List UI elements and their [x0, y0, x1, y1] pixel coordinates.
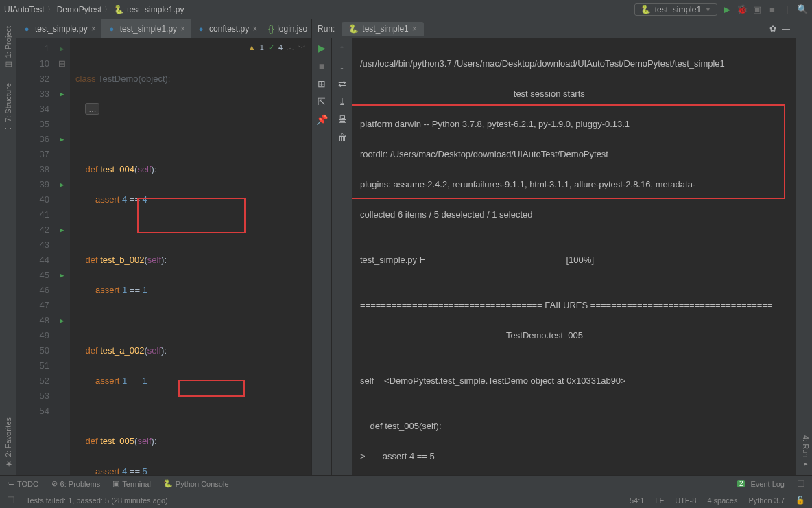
- line-no: 51: [16, 358, 49, 373]
- code-area[interactable]: ▲1 ✓4 ︿ ﹀ class TestDemo(object): ... de…: [70, 38, 311, 475]
- tool-problems[interactable]: ⊘6: Problems: [51, 479, 101, 488]
- tool-event-log[interactable]: 2Event Log: [737, 480, 785, 488]
- op: ==: [127, 466, 142, 475]
- tool-todo[interactable]: ≔TODO: [7, 479, 39, 488]
- tool-terminal[interactable]: ▣Terminal: [112, 479, 151, 488]
- run-test-icon[interactable]: ▸: [53, 177, 70, 192]
- sidebar-favorites-tab[interactable]: ★ 2: Favorites: [0, 411, 16, 475]
- fn-name: test_004: [100, 164, 134, 174]
- sidebar-project-tab[interactable]: ▤ 1: Project: [0, 19, 16, 76]
- run-exec-tab[interactable]: 🐍 test_simple1 ×: [342, 22, 423, 36]
- scroll-icon[interactable]: ⤓: [338, 96, 346, 107]
- kw: def: [85, 164, 97, 174]
- close-icon[interactable]: ×: [91, 24, 96, 34]
- chevron-right-icon: 〉: [104, 5, 111, 14]
- tab-test-simple[interactable]: test_simple.py×: [16, 19, 102, 38]
- stop-icon[interactable]: ■: [767, 4, 778, 15]
- indent[interactable]: 4 spaces: [707, 496, 737, 505]
- stop-icon[interactable]: ■: [319, 60, 324, 71]
- close-icon[interactable]: ×: [252, 24, 257, 34]
- project-icon: ▤: [3, 60, 12, 69]
- cursor-pos[interactable]: 54:1: [630, 496, 644, 505]
- sidebar-run-tab[interactable]: 4: Run ▸: [796, 428, 812, 475]
- bc-project[interactable]: UIAutoTest: [4, 5, 45, 14]
- structure-icon: ⋮: [3, 125, 12, 132]
- debug-icon[interactable]: 🐞: [737, 4, 748, 15]
- print-icon[interactable]: 🖶: [337, 114, 347, 125]
- search-icon[interactable]: 🔍: [797, 4, 808, 15]
- run-test-icon[interactable]: ▸: [53, 313, 70, 328]
- num: 4: [143, 194, 147, 205]
- cls: TestDemo(object):: [96, 73, 171, 84]
- fn-name: test_005: [100, 436, 134, 446]
- trash-icon[interactable]: 🗑: [337, 132, 347, 143]
- warning-icon: ⊘: [51, 479, 58, 488]
- line-no: 34: [16, 102, 49, 117]
- line-ending[interactable]: LF: [655, 496, 664, 505]
- wrap-icon[interactable]: ⇄: [338, 78, 346, 89]
- rerun-icon[interactable]: ▶: [318, 43, 326, 54]
- run-tool-col-2: ↑ ↓ ⇄ ⤓ 🖶 🗑: [331, 38, 352, 475]
- close-icon[interactable]: ×: [412, 24, 417, 34]
- down-icon[interactable]: ↓: [339, 60, 344, 71]
- bottom-tool-bar: ≔TODO ⊘6: Problems ▣Terminal 🐍Python Con…: [0, 475, 812, 492]
- editor-body[interactable]: 1 10 32 33 34 35 36 37 38 39 40 41 42 43…: [16, 38, 311, 475]
- run-config-select[interactable]: 🐍 test_simple1 ▼: [634, 3, 717, 16]
- sidebar-structure-tab[interactable]: ⋮ 7: Structure: [0, 76, 16, 139]
- lock-icon[interactable]: 🔓: [796, 496, 805, 505]
- tab-login-jso[interactable]: {}login.jso: [263, 19, 311, 38]
- line-gutter: 1 10 32 33 34 35 36 37 38 39 40 41 42 43…: [16, 38, 53, 475]
- hide-icon[interactable]: ☐: [797, 478, 805, 489]
- run-test-icon[interactable]: ▸: [53, 132, 70, 147]
- num: 1: [143, 376, 147, 386]
- close-icon[interactable]: ×: [180, 24, 185, 34]
- line-no: 37: [16, 147, 49, 162]
- console-output[interactable]: /usr/local/bin/python3.7 /Users/mac/Desk…: [352, 38, 796, 475]
- line-no: 52: [16, 373, 49, 389]
- console-line: =================================== FAIL…: [360, 298, 796, 313]
- export-icon[interactable]: ⇱: [318, 96, 326, 107]
- run-class-icon[interactable]: ▸: [53, 41, 70, 56]
- label: 6: Problems: [60, 480, 101, 488]
- encoding[interactable]: UTF-8: [675, 496, 696, 505]
- console-line: > assert 4 == 5: [360, 449, 796, 464]
- run-test-icon[interactable]: ▸: [53, 222, 70, 238]
- run-test-icon[interactable]: ▸: [53, 86, 70, 102]
- layout-icon[interactable]: ⊞: [318, 78, 326, 89]
- json-file-icon: {}: [268, 24, 274, 34]
- sidebar-favorites-label: 2: Favorites: [4, 417, 12, 457]
- tests-status: Tests failed: 1, passed: 5 (28 minutes a…: [26, 496, 168, 505]
- warning-icon: ▲: [248, 40, 256, 55]
- chevron-up-icon[interactable]: ︿: [287, 40, 294, 55]
- coverage-icon[interactable]: ▣: [752, 4, 763, 15]
- python-icon: 🐍: [348, 24, 359, 34]
- run-header-actions: ✿ —: [769, 24, 790, 34]
- event-count-badge: 2: [737, 480, 745, 487]
- status-icon[interactable]: ☐: [7, 495, 15, 505]
- run-icon[interactable]: ▶: [721, 4, 732, 15]
- minimize-icon[interactable]: —: [782, 24, 790, 34]
- toolbar: 🐍 test_simple1 ▼ ▶ 🐞 ▣ ■ | 🔍: [634, 3, 808, 16]
- label: Event Log: [750, 480, 785, 488]
- editor-tabs: test_simple.py× test_simple1.py× conftes…: [16, 19, 311, 38]
- chevron-down-icon[interactable]: ﹀: [298, 40, 306, 55]
- gear-icon[interactable]: ✿: [769, 24, 776, 34]
- tab-test-simple1[interactable]: test_simple1.py×: [102, 19, 191, 38]
- top-nav: UIAutoTest 〉 DemoPytest 〉 🐍 test_simple1…: [0, 0, 812, 19]
- label: Terminal: [122, 480, 151, 488]
- num: 1: [143, 285, 147, 295]
- line-no: 43: [16, 238, 49, 253]
- tab-conftest[interactable]: conftest.py×: [191, 19, 263, 38]
- run-test-icon[interactable]: ▸: [53, 268, 70, 283]
- line-no: 39: [16, 177, 49, 192]
- inspection-widget[interactable]: ▲1 ✓4 ︿ ﹀: [248, 40, 306, 55]
- folded-region[interactable]: ...: [85, 103, 99, 115]
- pin-icon[interactable]: 📌: [316, 114, 328, 125]
- interpreter[interactable]: Python 3.7: [748, 496, 785, 505]
- bc-file[interactable]: test_simple1.py: [127, 5, 184, 14]
- console-line: def test_005(self):: [360, 419, 796, 434]
- tool-python-console[interactable]: 🐍Python Console: [163, 479, 229, 488]
- up-icon[interactable]: ↑: [339, 43, 344, 54]
- fold-icon[interactable]: ⊞: [53, 56, 70, 71]
- bc-folder[interactable]: DemoPytest: [57, 5, 102, 14]
